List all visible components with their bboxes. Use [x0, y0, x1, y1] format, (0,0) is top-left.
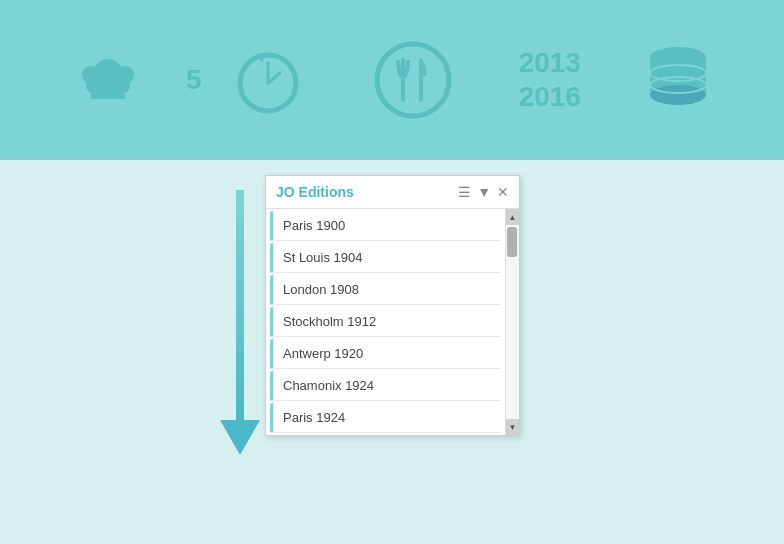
- svg-rect-5: [91, 93, 125, 99]
- scroll-thumb[interactable]: [507, 227, 517, 257]
- list-item[interactable]: Paris 1900: [270, 211, 501, 241]
- year-2016: 2016: [519, 80, 581, 114]
- main-content: JO Editions ☰ ▼ ✕ Paris 1900 St Louis 19…: [0, 160, 784, 544]
- svg-point-10: [377, 44, 449, 116]
- timer-icon: 5: [208, 43, 308, 118]
- chef-hat-icon: [73, 45, 143, 115]
- svg-line-8: [268, 73, 280, 83]
- fork-knife-icon: [373, 40, 453, 120]
- list-item[interactable]: Stockholm 1912: [270, 307, 501, 337]
- scrollbar[interactable]: ▲ ▼: [505, 209, 519, 435]
- scroll-up-button[interactable]: ▲: [506, 209, 520, 225]
- svg-point-4: [116, 66, 134, 84]
- timer-number: 5: [186, 64, 202, 96]
- svg-point-3: [82, 66, 100, 84]
- list-title: JO Editions: [276, 184, 354, 200]
- list-body: Paris 1900 St Louis 1904 London 1908 Sto…: [266, 209, 519, 435]
- list-item[interactable]: Antwerp 1920: [270, 339, 501, 369]
- filter-list-icon[interactable]: ☰: [458, 184, 471, 200]
- scroll-track[interactable]: [506, 225, 519, 419]
- list-item[interactable]: St Louis 1904: [270, 243, 501, 273]
- close-filter-icon[interactable]: ✕: [497, 184, 509, 200]
- arrow-head: [220, 420, 260, 455]
- year-2013: 2013: [519, 46, 581, 80]
- list-item[interactable]: Chamonix 1924: [270, 371, 501, 401]
- years-display: 2013 2016: [519, 46, 581, 113]
- list-header: JO Editions ☰ ▼ ✕: [266, 176, 519, 209]
- down-arrow: [220, 190, 260, 455]
- list-items-container: Paris 1900 St Louis 1904 London 1908 Sto…: [266, 209, 505, 435]
- list-item[interactable]: Paris 1924: [270, 403, 501, 433]
- scroll-down-button[interactable]: ▼: [506, 419, 520, 435]
- list-item[interactable]: London 1908: [270, 275, 501, 305]
- database-icon: [646, 45, 711, 115]
- list-panel: JO Editions ☰ ▼ ✕ Paris 1900 St Louis 19…: [265, 175, 520, 436]
- arrow-shaft: [236, 190, 244, 420]
- header-actions: ☰ ▼ ✕: [458, 184, 509, 200]
- top-banner: 5 2013 2016: [0, 0, 784, 160]
- filter-icon[interactable]: ▼: [477, 184, 491, 200]
- svg-point-15: [650, 85, 706, 105]
